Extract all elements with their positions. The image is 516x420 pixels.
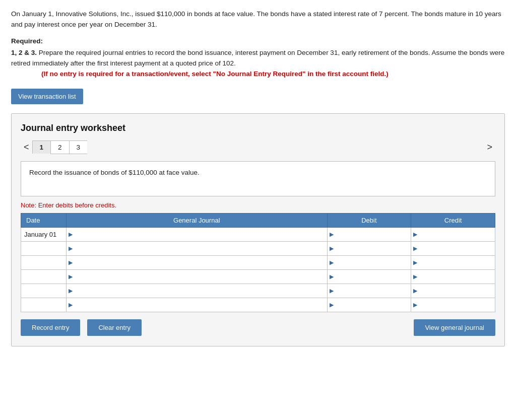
credit-input[interactable] [419, 273, 493, 281]
debit-cell[interactable]: ▶ [327, 284, 411, 298]
debit-triangle-icon: ▶ [330, 245, 334, 252]
instructions: 1, 2 & 3. Prepare the required journal e… [11, 48, 505, 80]
credit-cell[interactable]: ▶ [411, 284, 495, 298]
debit-cell[interactable]: ▶ [327, 255, 411, 269]
debit-input[interactable] [335, 259, 409, 266]
tab-3[interactable]: 3 [69, 141, 88, 154]
date-cell [21, 284, 67, 298]
clear-entry-button[interactable]: Clear entry [87, 319, 142, 336]
credit-cell[interactable]: ▶ [411, 269, 495, 284]
view-transaction-button[interactable]: View transaction list [11, 89, 83, 104]
gj-input[interactable] [75, 287, 325, 295]
view-general-journal-button[interactable]: View general journal [414, 319, 495, 336]
debit-triangle-icon: ▶ [330, 259, 334, 266]
debit-triangle-icon: ▶ [330, 288, 334, 294]
date-cell: January 01 [21, 227, 67, 241]
debit-input[interactable] [335, 231, 409, 238]
col-header-date: Date [21, 213, 67, 227]
credit-cell[interactable]: ▶ [411, 241, 495, 255]
debit-cell[interactable]: ▶ [327, 298, 411, 312]
general-journal-cell[interactable]: ▶ [67, 255, 328, 269]
intro-text: On January 1, Innovative Solutions, Inc.… [11, 9, 505, 30]
credit-input[interactable] [419, 301, 493, 309]
table-row: January 01▶▶▶ [21, 227, 495, 241]
credit-triangle-icon: ▶ [413, 245, 417, 252]
col-header-debit: Debit [327, 213, 411, 227]
debit-input[interactable] [335, 287, 409, 295]
note-text: Note: Enter debits before credits. [21, 201, 495, 209]
general-journal-cell[interactable]: ▶ [67, 227, 328, 241]
instructions-red: (If no entry is required for a transacti… [41, 70, 389, 78]
credit-triangle-icon: ▶ [413, 288, 417, 294]
date-cell [21, 298, 67, 312]
bottom-buttons: Record entry Clear entry View general jo… [21, 319, 495, 336]
worksheet-title: Journal entry worksheet [21, 123, 495, 133]
dropdown-triangle-icon: ▶ [69, 302, 73, 308]
table-row: ▶▶▶ [21, 284, 495, 298]
credit-cell[interactable]: ▶ [411, 255, 495, 269]
dropdown-triangle-icon: ▶ [69, 231, 73, 238]
credit-input[interactable] [419, 259, 493, 266]
gj-input[interactable] [75, 301, 325, 309]
table-row: ▶▶▶ [21, 298, 495, 312]
instructions-numbering: 1, 2 & 3. [11, 49, 37, 56]
credit-input[interactable] [419, 245, 493, 252]
credit-input[interactable] [419, 287, 493, 295]
date-cell [21, 269, 67, 284]
gj-input[interactable] [75, 273, 325, 281]
table-row: ▶▶▶ [21, 255, 495, 269]
credit-cell[interactable]: ▶ [411, 227, 495, 241]
dropdown-triangle-icon: ▶ [69, 273, 73, 280]
prev-tab-button[interactable]: < [21, 141, 32, 154]
debit-cell[interactable]: ▶ [327, 227, 411, 241]
debit-input[interactable] [335, 245, 409, 252]
credit-triangle-icon: ▶ [413, 259, 417, 266]
worksheet-container: Journal entry worksheet < 1 2 3 > Record… [11, 113, 505, 346]
debit-input[interactable] [335, 273, 409, 281]
table-row: ▶▶▶ [21, 269, 495, 284]
debit-triangle-icon: ▶ [330, 302, 334, 308]
gj-input[interactable] [75, 245, 325, 252]
debit-cell[interactable]: ▶ [327, 241, 411, 255]
table-row: ▶▶▶ [21, 241, 495, 255]
general-journal-cell[interactable]: ▶ [67, 241, 328, 255]
col-header-credit: Credit [411, 213, 495, 227]
col-header-gj: General Journal [67, 213, 328, 227]
credit-triangle-icon: ▶ [413, 273, 417, 280]
instructions-plain: Prepare the required journal entries to … [11, 49, 504, 67]
next-tab-button[interactable]: > [484, 141, 495, 154]
journal-table: Date General Journal Debit Credit Januar… [21, 213, 495, 312]
date-cell [21, 255, 67, 269]
tab-2[interactable]: 2 [50, 141, 69, 154]
credit-triangle-icon: ▶ [413, 302, 417, 308]
date-cell [21, 241, 67, 255]
general-journal-cell[interactable]: ▶ [67, 269, 328, 284]
dropdown-triangle-icon: ▶ [69, 288, 73, 294]
tab-navigation: < 1 2 3 > [21, 141, 495, 154]
debit-triangle-icon: ▶ [330, 273, 334, 280]
credit-input[interactable] [419, 231, 493, 238]
debit-input[interactable] [335, 301, 409, 309]
credit-triangle-icon: ▶ [413, 231, 417, 238]
required-label: Required: [11, 37, 505, 45]
dropdown-triangle-icon: ▶ [69, 259, 73, 266]
record-entry-button[interactable]: Record entry [21, 319, 80, 336]
credit-cell[interactable]: ▶ [411, 298, 495, 312]
general-journal-cell[interactable]: ▶ [67, 284, 328, 298]
debit-triangle-icon: ▶ [330, 231, 334, 238]
debit-cell[interactable]: ▶ [327, 269, 411, 284]
tab-1[interactable]: 1 [32, 141, 51, 154]
dropdown-triangle-icon: ▶ [69, 245, 73, 252]
gj-input[interactable] [75, 259, 325, 266]
description-box: Record the issuance of bonds of $110,000… [21, 161, 495, 196]
gj-input[interactable] [75, 231, 325, 238]
general-journal-cell[interactable]: ▶ [67, 298, 328, 312]
